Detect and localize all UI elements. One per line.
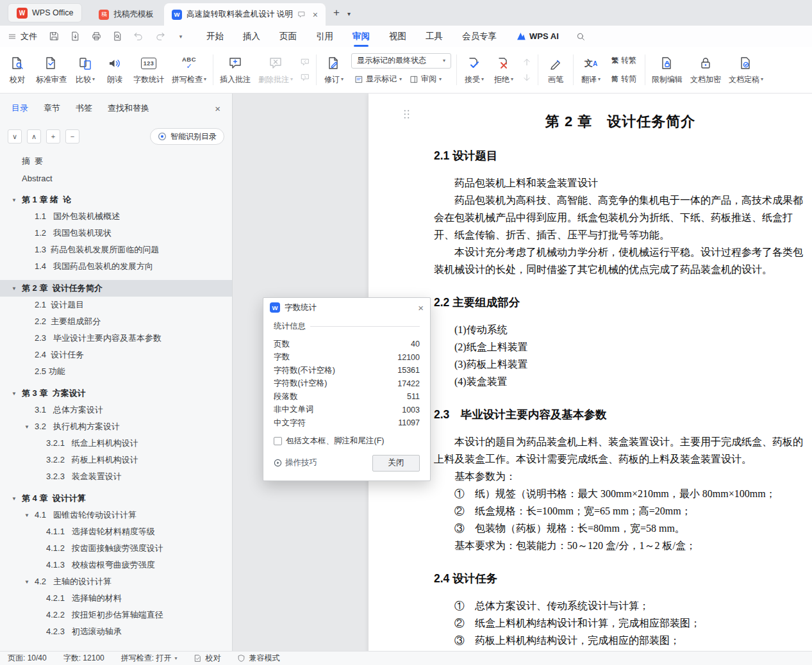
proofread-button[interactable]: 校对 <box>3 49 32 90</box>
outline-item[interactable]: ▼2.1 设计题目 <box>0 297 232 313</box>
template-tab[interactable]: 稿 找稿壳模板 <box>88 3 164 26</box>
insert-comment-button[interactable]: 插入批注 <box>216 49 254 90</box>
save-button[interactable] <box>46 29 62 44</box>
finalize-dropdown-icon[interactable]: ▾ <box>761 77 763 82</box>
compatibility-mode-button[interactable]: 兼容模式 <box>237 653 279 664</box>
standard-review-button[interactable]: 标准审查 <box>32 49 70 90</box>
home-tab[interactable]: W WPS Office <box>8 3 82 22</box>
expand-arrow-icon[interactable]: ▼ <box>12 391 22 397</box>
outline-item[interactable]: ▼2.5 功能 <box>0 363 232 380</box>
file-menu-button[interactable]: 文件 <box>8 31 37 42</box>
outline-item[interactable]: ▼4.1.3 校核齿根弯曲疲劳强度 <box>0 557 232 573</box>
previous-comment-button[interactable] <box>298 56 312 69</box>
expand-arrow-icon[interactable]: ▼ <box>24 513 35 518</box>
close-button[interactable]: 关闭 <box>372 455 420 472</box>
to-traditional-button[interactable]: 繁 转繁 <box>608 53 640 69</box>
panel-tab-查找和替换[interactable]: 查找和替换 <box>108 103 149 114</box>
word-count-status[interactable]: 字数: 12100 <box>63 653 104 664</box>
outline-item[interactable]: ▼第 1 章 绪 论 <box>0 192 232 208</box>
menu-tab-视图[interactable]: 视图 <box>389 26 406 47</box>
outline-item[interactable]: ▼3.2 执行机构方案设计 <box>0 418 232 435</box>
next-change-button[interactable] <box>520 72 534 84</box>
expand-arrow-icon[interactable]: ▼ <box>24 579 35 585</box>
reject-dropdown-icon[interactable]: ▾ <box>511 77 513 82</box>
outline-item[interactable]: ▼Abstract <box>0 170 232 186</box>
outline-item[interactable]: ▼第 2 章 设计任务简介 <box>0 280 232 297</box>
page-indicator[interactable]: 页面: 10/40 <box>8 653 47 664</box>
outline-item[interactable]: ▼4.1 圆锥齿轮传动设计计算 <box>0 507 232 523</box>
spell-check-dropdown-icon[interactable]: ▾ <box>204 77 206 82</box>
outline-item[interactable]: ▼2.3 毕业设计主要内容及基本参数 <box>0 330 232 347</box>
menu-tab-审阅[interactable]: 审阅 <box>352 26 370 47</box>
checkbox-icon[interactable] <box>274 437 282 445</box>
export-button[interactable] <box>67 29 83 44</box>
word-count-button[interactable]: 123 字数统计 <box>129 49 168 90</box>
expand-arrow-icon[interactable]: ▼ <box>12 286 22 291</box>
outline-item[interactable]: ▼1.3 药品包装机发展所面临的问题 <box>0 242 232 258</box>
pen-button[interactable]: 画笔 <box>541 49 570 90</box>
outline-item[interactable]: ▼第 3 章 方案设计 <box>0 385 232 402</box>
review-pane-button[interactable]: 审阅 ▾ <box>406 72 445 87</box>
outline-item[interactable]: ▼4.2.1 选择轴的材料 <box>0 590 232 607</box>
outline-item[interactable]: ▼1.2 我国包装机现状 <box>0 225 232 242</box>
translate-button[interactable]: 文A 翻译▾ <box>576 49 606 90</box>
accept-button[interactable]: 接受▾ <box>460 49 489 90</box>
translate-dropdown-icon[interactable]: ▾ <box>598 77 601 82</box>
spell-check-button[interactable]: ABC✓ 拼写检查▾ <box>168 49 210 90</box>
outline-item[interactable]: ▼第 4 章 设计计算 <box>0 490 232 507</box>
zoom-out-outline-button[interactable]: − <box>65 129 79 144</box>
outline-item[interactable]: ▼摘 要 <box>0 153 232 170</box>
next-comment-button[interactable] <box>298 72 312 84</box>
outline-item[interactable]: ▼4.1.2 按齿面接触疲劳强度设计 <box>0 540 232 557</box>
previous-change-button[interactable] <box>520 56 534 69</box>
outline-item[interactable]: ▼2.2 主要组成部分 <box>0 313 232 330</box>
outline-item[interactable]: ▼3.2.2 药板上料机构设计 <box>0 452 232 468</box>
accept-dropdown-icon[interactable]: ▾ <box>481 77 484 82</box>
menu-tab-开始[interactable]: 开始 <box>206 26 224 47</box>
include-footnotes-checkbox[interactable]: 包括文本框、脚注和尾注(F) <box>274 436 420 447</box>
print-button[interactable] <box>88 29 104 44</box>
outline-item[interactable]: ▼1.1 国外包装机械概述 <box>0 208 232 225</box>
read-aloud-button[interactable]: 朗读 <box>100 49 129 90</box>
outline-item[interactable]: ▼2.4 设计任务 <box>0 347 232 363</box>
outline-item[interactable]: ▼3.2.3 装盒装置设计 <box>0 468 232 485</box>
expand-arrow-icon[interactable]: ▼ <box>24 424 35 430</box>
restrict-edit-button[interactable]: 限制编辑 <box>648 49 686 90</box>
compare-button[interactable]: 比较▾ <box>70 49 100 90</box>
quickbar-more-icon[interactable]: ▾ <box>173 29 188 44</box>
markup-state-select[interactable]: 显示标记的最终状态 ▾ <box>351 53 451 69</box>
document-tab[interactable]: W 高速旋转取料装盒机设计 说明 × <box>164 3 326 26</box>
close-sidebar-icon[interactable]: × <box>215 103 220 114</box>
track-changes-button[interactable]: 修订▾ <box>319 49 349 90</box>
tab-list-dropdown-icon[interactable]: ▾ <box>347 10 351 17</box>
outline-item[interactable]: ▼4.2.3 初选滚动轴承 <box>0 623 232 640</box>
panel-tab-书签[interactable]: 书签 <box>76 103 92 114</box>
reject-button[interactable]: 拒绝▾ <box>489 49 518 90</box>
encrypt-button[interactable]: 文档加密 <box>686 49 725 90</box>
menu-tab-会员专享[interactable]: 会员专享 <box>462 26 497 47</box>
new-tab-button[interactable]: + <box>333 6 340 19</box>
proofread-status-button[interactable]: 校对 <box>194 653 220 664</box>
outline-item[interactable]: ▼4.1.1 选择齿轮材料精度等级 <box>0 523 232 540</box>
outline-item[interactable]: ▼4.2 主轴的设计计算 <box>0 573 232 590</box>
close-tab-icon[interactable]: × <box>313 10 318 20</box>
print-preview-button[interactable] <box>110 29 125 44</box>
dialog-title-bar[interactable]: W 字数统计 × <box>263 298 430 317</box>
menu-tab-工具[interactable]: 工具 <box>426 26 443 47</box>
menu-tab-插入[interactable]: 插入 <box>243 26 260 47</box>
zoom-in-outline-button[interactable]: + <box>46 129 60 144</box>
show-markup-button[interactable]: 显示标记 ▾ <box>351 72 405 87</box>
undo-button[interactable] <box>131 29 146 44</box>
outline-item[interactable]: ▼4.2.2 按扭矩初步估算轴端直径 <box>0 607 232 623</box>
menu-tab-页面[interactable]: 页面 <box>279 26 297 47</box>
compare-dropdown-icon[interactable]: ▾ <box>92 77 95 82</box>
outline-item[interactable]: ▼1.4 我国药品包装机的发展方向 <box>0 258 232 275</box>
paragraph-drag-handle-icon[interactable] <box>403 109 410 119</box>
track-changes-dropdown-icon[interactable]: ▾ <box>341 77 344 82</box>
spell-check-status[interactable]: 拼写检查: 打开 ▾ <box>121 653 178 664</box>
expand-arrow-icon[interactable]: ▼ <box>12 197 22 203</box>
wps-ai-button[interactable]: WPS AI <box>516 31 559 42</box>
outline-item[interactable]: ▼3.2.1 纸盒上料机构设计 <box>0 435 232 452</box>
collapse-all-button[interactable]: ∨ <box>8 129 22 144</box>
finalize-button[interactable]: 文档定稿▾ <box>725 49 767 90</box>
